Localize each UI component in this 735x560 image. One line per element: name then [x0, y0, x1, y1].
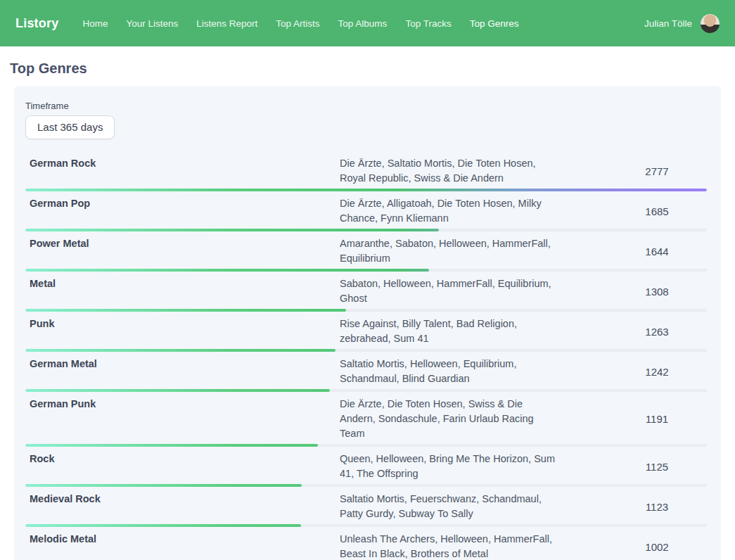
genre-bar-track [25, 349, 707, 352]
page-title: Top Genres [10, 61, 721, 77]
genre-count: 1263 [645, 324, 668, 339]
genre-row: German Punk Die Ärzte, Die Toten Hosen, … [25, 392, 707, 447]
genre-artists: Die Ärzte, Alligatoah, Die Toten Hosen, … [340, 196, 558, 226]
genre-row: German Rock Die Ärzte, Saltatio Mortis, … [25, 151, 707, 191]
genre-bar-track [25, 484, 707, 487]
genre-artists: Amaranthe, Sabaton, Helloween, HammerFal… [340, 236, 558, 266]
genre-name: German Punk [25, 397, 340, 412]
genre-artists: Rise Against, Billy Talent, Bad Religion… [340, 317, 558, 346]
genre-bar-track [25, 309, 707, 312]
genre-bar [25, 389, 330, 392]
genre-row: German Pop Die Ärzte, Alligatoah, Die To… [25, 191, 707, 231]
main-nav: HomeYour ListensListens ReportTop Artist… [82, 18, 644, 29]
nav-item-top-albums[interactable]: Top Albums [338, 18, 388, 29]
user-name: Julian Tölle [644, 18, 692, 29]
genres-card: Timeframe Last 365 days German Rock Die … [14, 86, 721, 560]
genre-bar-track [25, 444, 707, 447]
genre-artists: Die Ärzte, Saltatio Mortis, Die Toten Ho… [340, 156, 558, 186]
nav-item-home[interactable]: Home [82, 18, 108, 29]
genre-row: Rock Queen, Helloween, Bring Me The Hori… [25, 447, 707, 487]
genre-count: 1685 [645, 204, 668, 219]
genre-bar [25, 269, 429, 272]
genre-bar [25, 484, 302, 487]
genre-row: Metal Sabaton, Helloween, HammerFall, Eq… [25, 272, 707, 312]
genre-bar-track [25, 524, 707, 527]
genre-bar [25, 444, 318, 447]
genre-count: 1125 [646, 459, 668, 474]
timeframe-select[interactable]: Last 365 days [25, 115, 115, 139]
genre-bar [25, 189, 707, 191]
genre-count: 1242 [645, 364, 668, 379]
genre-row: German Metal Saltatio Mortis, Helloween,… [25, 352, 707, 392]
genre-count: 1191 [646, 412, 668, 426]
genre-name: German Metal [25, 357, 340, 371]
genre-count: 2777 [645, 164, 668, 179]
genre-count: 1308 [645, 284, 668, 299]
genre-row: Medieval Rock Saltatio Mortis, Feuerschw… [25, 487, 707, 527]
genre-name: Metal [25, 276, 340, 291]
nav-item-top-genres[interactable]: Top Genres [470, 18, 519, 29]
genre-name: Medieval Rock [25, 492, 340, 507]
genre-artists: Die Ärzte, Die Toten Hosen, Swiss & Die … [340, 397, 558, 441]
genre-artists: Unleash The Archers, Helloween, HammerFa… [340, 532, 558, 560]
timeframe-label: Timeframe [25, 101, 707, 111]
genres-table: German Rock Die Ärzte, Saltatio Mortis, … [25, 151, 707, 560]
genre-bar [25, 349, 335, 352]
genre-name: Rock [25, 452, 340, 466]
genre-bar-track [25, 389, 707, 392]
genre-bar-track [25, 189, 707, 191]
genre-bar [25, 309, 346, 312]
page-content: Top Genres Timeframe Last 365 days Germa… [0, 61, 735, 560]
genre-name: German Rock [25, 156, 340, 171]
genre-artists: Saltatio Mortis, Helloween, Equilibrium,… [340, 357, 558, 386]
nav-item-listens-report[interactable]: Listens Report [196, 18, 257, 29]
genre-count: 1123 [646, 499, 668, 514]
genre-name: Power Metal [25, 236, 340, 251]
genre-bar [25, 229, 439, 231]
navbar: Listory HomeYour ListensListens ReportTo… [0, 0, 735, 46]
genre-count: 1002 [645, 540, 668, 554]
genre-bar-track [25, 229, 707, 231]
genre-row: Melodic Metal Unleash The Archers, Hello… [25, 527, 707, 560]
nav-item-top-artists[interactable]: Top Artists [276, 18, 319, 29]
nav-item-your-listens[interactable]: Your Listens [126, 18, 178, 29]
genre-count: 1644 [645, 244, 668, 259]
genre-name: Punk [25, 317, 340, 331]
nav-item-top-tracks[interactable]: Top Tracks [405, 18, 451, 29]
genre-artists: Saltatio Mortis, Feuerschwanz, Schandmau… [340, 492, 558, 521]
user-menu[interactable]: Julian Tölle [644, 14, 720, 33]
user-avatar[interactable] [701, 14, 720, 33]
genre-bar [25, 524, 301, 527]
genre-bar-track [25, 269, 707, 272]
genre-name: Melodic Metal [25, 532, 340, 547]
app-logo[interactable]: Listory [15, 16, 58, 31]
genre-row: Punk Rise Against, Billy Talent, Bad Rel… [25, 312, 707, 352]
genre-artists: Sabaton, Helloween, HammerFall, Equilibr… [340, 276, 558, 306]
genre-artists: Queen, Helloween, Bring Me The Horizon, … [340, 452, 558, 481]
genre-name: German Pop [25, 196, 340, 211]
genre-row: Power Metal Amaranthe, Sabaton, Hellowee… [25, 231, 707, 272]
